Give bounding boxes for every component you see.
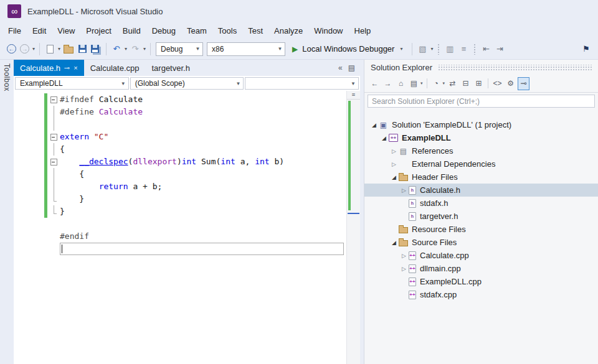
member-scope-combo[interactable]: ▼ [245, 77, 359, 90]
tree-item-header-files[interactable]: ◢Header Files [364, 170, 598, 184]
code-line[interactable]: #define Calculate [14, 106, 346, 118]
code-line[interactable]: #endif [14, 230, 346, 243]
menu-project[interactable]: Project [80, 24, 116, 38]
menu-view[interactable]: View [52, 24, 80, 38]
undo-dropdown-icon[interactable]: ▾ [125, 46, 127, 52]
code-line[interactable]: #ifndef Calculate [14, 93, 346, 106]
profiler-dropdown-icon[interactable]: ▾ [430, 46, 433, 52]
editor-scrollbar[interactable]: ≡ [346, 91, 360, 364]
expander-expanded-icon[interactable]: ◢ [389, 174, 399, 180]
tab-calculate-h[interactable]: Calculate.h⊸× [14, 60, 84, 76]
save-all-icon[interactable] [90, 42, 102, 56]
code-line[interactable]: return a + b; [14, 180, 346, 193]
tree-item-calculate-cpp[interactable]: ▷++Calculate.cpp [364, 249, 598, 262]
menu-tools[interactable]: Tools [212, 24, 242, 38]
home-icon[interactable]: ⌂ [395, 77, 407, 90]
expander-expanded-icon[interactable]: ◢ [379, 135, 389, 141]
code-line[interactable] [14, 118, 346, 131]
menu-help[interactable]: Help [349, 24, 377, 38]
menu-test[interactable]: Test [242, 24, 268, 38]
show-all-files-icon[interactable]: ⊞ [473, 77, 485, 90]
menu-analyze[interactable]: Analyze [268, 24, 308, 38]
code-view-icon[interactable]: <> [491, 77, 503, 90]
undo-icon[interactable]: ↶ [110, 42, 123, 56]
code-line[interactable]: __declspec(dllexport)int Sum(int a, int … [14, 156, 346, 168]
active-files-icon[interactable]: ▤ [348, 63, 355, 72]
type-scope-combo[interactable]: (Global Scope)▼ [130, 77, 244, 90]
tab-calculate-cpp[interactable]: Calculate.cpp [84, 60, 146, 76]
search-input[interactable] [368, 95, 595, 108]
expander-expanded-icon[interactable]: ◢ [389, 240, 399, 246]
split-window-grip-icon[interactable]: ≡ [347, 91, 360, 100]
expander-collapsed-icon[interactable]: ▷ [399, 253, 409, 259]
tree-item-references[interactable]: ▷▤References [364, 144, 598, 157]
collapse-all-icon[interactable]: ⊟ [460, 77, 472, 90]
tree-item-dllmain-cpp[interactable]: ▷++dllmain.cpp [364, 262, 598, 275]
menu-build[interactable]: Build [117, 24, 146, 38]
tree-item-targetver-h[interactable]: htargetver.h [364, 210, 598, 223]
bookmark-icon[interactable]: ⚑ [580, 42, 592, 56]
tree-item-stdafx-cpp[interactable]: ++stdafx.cpp [364, 288, 598, 301]
project-scope-combo[interactable]: ExampleDLL▼ [15, 77, 129, 90]
profiler-icon[interactable]: ▧ [416, 42, 429, 56]
toolbar-grip[interactable] [473, 44, 476, 55]
new-file-dropdown-icon[interactable]: ▾ [58, 46, 60, 52]
expander-collapsed-icon[interactable]: ▷ [389, 161, 399, 167]
code-line[interactable]: } [14, 193, 346, 205]
tree-item-calculate-h[interactable]: ▷hCalculate.h [364, 184, 598, 197]
expander-collapsed-icon[interactable]: ▷ [399, 266, 409, 272]
back-icon[interactable]: ← [369, 77, 381, 90]
fold-collapse-icon[interactable] [49, 156, 60, 168]
navigate-dropdown-icon[interactable]: ▾ [32, 46, 35, 52]
solution-explorer-header[interactable]: Solution Explorer [364, 60, 598, 75]
start-debugging-button[interactable]: ▶Local Windows Debugger▾ [287, 44, 409, 54]
sync-with-active-document-icon[interactable]: ⇄ [447, 77, 458, 90]
code-line[interactable]: } [14, 205, 346, 218]
toolbox-tab[interactable]: Toolbox [0, 60, 14, 364]
close-icon[interactable]: × [74, 64, 77, 72]
fold-collapse-icon[interactable] [49, 93, 60, 106]
menu-team[interactable]: Team [181, 24, 212, 38]
tab-targetver-h[interactable]: targetver.h [145, 60, 196, 76]
solution-platforms-combo[interactable]: x86▼ [207, 42, 285, 56]
code-editor[interactable]: #ifndef Calculate#define Calculateextern… [14, 91, 360, 364]
menu-window[interactable]: Window [308, 24, 348, 38]
tree-item-exampledll-cpp[interactable]: ++ExampleDLL.cpp [364, 275, 598, 288]
solution-configurations-combo[interactable]: Debug▼ [156, 42, 203, 56]
task-list-icon[interactable]: ≡ [457, 42, 470, 56]
code-line[interactable]: extern "C" [14, 131, 346, 143]
code-line[interactable]: { [14, 143, 346, 156]
new-file-icon[interactable] [44, 42, 56, 56]
redo-icon[interactable]: ↷ [129, 42, 141, 56]
code-line[interactable] [14, 243, 346, 255]
panel-drag-grip[interactable] [438, 65, 592, 70]
open-file-icon[interactable] [62, 42, 75, 56]
tree-item-source-files[interactable]: ◢Source Files [364, 236, 598, 249]
tree-item-external-dependencies[interactable]: ▷External Dependencies [364, 157, 598, 170]
pending-changes-filter-icon[interactable]: ◔ [430, 77, 442, 90]
expander-collapsed-icon[interactable]: ▷ [399, 187, 409, 194]
find-in-files-icon[interactable]: ▥ [444, 42, 456, 56]
forward-icon[interactable]: → [382, 77, 394, 90]
pin-icon[interactable]: ⊸ [64, 64, 70, 72]
scroll-tabs-icon[interactable]: « [338, 63, 343, 72]
menu-file[interactable]: File [2, 24, 27, 38]
switch-views-icon[interactable]: ▤ [408, 77, 420, 90]
menu-debug[interactable]: Debug [146, 24, 181, 38]
expander-collapsed-icon[interactable]: ▷ [389, 148, 399, 154]
code-line[interactable]: { [14, 168, 346, 180]
tree-item-solution-exampledll-1-project[interactable]: ◢▣Solution 'ExampleDLL' (1 project) [364, 118, 598, 131]
expander-expanded-icon[interactable]: ◢ [369, 122, 379, 128]
navigate-back-icon[interactable]: ← [7, 44, 16, 54]
tree-item-resource-files[interactable]: Resource Files [364, 223, 598, 236]
navigate-forward-icon[interactable]: → [20, 44, 29, 54]
redo-dropdown-icon[interactable]: ▾ [143, 46, 146, 52]
preview-selected-items-icon[interactable]: ⊸ [518, 77, 529, 90]
tree-item-exampledll[interactable]: ◢++ExampleDLL [364, 131, 598, 144]
tree-item-stdafx-h[interactable]: hstdafx.h [364, 197, 598, 210]
menu-edit[interactable]: Edit [27, 24, 52, 38]
indent-icon[interactable]: ⇥ [493, 42, 506, 56]
code-line[interactable] [14, 218, 346, 230]
outdent-icon[interactable]: ⇤ [480, 42, 492, 56]
toolbar-grip[interactable] [437, 44, 440, 55]
